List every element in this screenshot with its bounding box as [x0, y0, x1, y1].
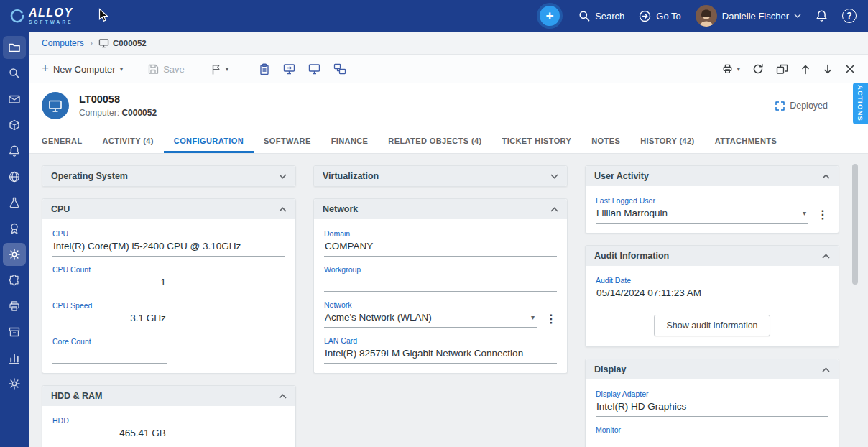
- panel-virtualization-header[interactable]: Virtualization: [314, 166, 567, 186]
- breadcrumb: Computers › C000052: [29, 32, 868, 55]
- tab-notes[interactable]: NOTES: [581, 128, 630, 153]
- sidebar-item-integrations[interactable]: [3, 269, 26, 292]
- sidebar-item-reports[interactable]: [3, 346, 26, 369]
- global-search-button[interactable]: Search: [578, 10, 624, 22]
- print-button[interactable]: ▾: [721, 63, 740, 75]
- chevron-down-icon: [794, 14, 801, 18]
- domain-input[interactable]: COMPANY: [324, 240, 557, 257]
- tab-finance[interactable]: FINANCE: [321, 128, 379, 153]
- computer-icon: [98, 38, 109, 48]
- dropdown-caret-icon[interactable]: ▾: [531, 311, 536, 324]
- tab-attachments[interactable]: ATTACHMENTS: [705, 128, 787, 153]
- sidebar-item-network[interactable]: [3, 165, 26, 188]
- user-avatar: [696, 5, 717, 27]
- breadcrumb-current: C000052: [98, 38, 147, 48]
- sidebar-item-settings[interactable]: [3, 372, 26, 395]
- next-record-button[interactable]: [823, 64, 833, 75]
- sidebar-item-assets[interactable]: [3, 114, 26, 137]
- caret-down-icon: ▾: [737, 65, 740, 73]
- record-toolbar: + New Computer ▾ Save ▾: [29, 55, 868, 83]
- sidebar-item-lab[interactable]: [3, 191, 26, 214]
- tab-general[interactable]: GENERAL: [42, 128, 93, 153]
- panel-audit-information-header[interactable]: Audit Information: [586, 246, 839, 266]
- kebab-menu-icon[interactable]: ⋮: [817, 208, 828, 224]
- field-label: Audit Date: [596, 276, 828, 285]
- user-name: Danielle Fischer: [722, 11, 789, 22]
- actions-flyout-tab[interactable]: ACTIONS: [853, 83, 868, 124]
- tab-activity[interactable]: ACTIVITY (4): [93, 128, 164, 153]
- panel-hdd-ram-header[interactable]: HDD & RAM: [42, 386, 295, 406]
- chevron-down-icon: [550, 174, 558, 179]
- network-select[interactable]: Acme's Network (WLAN) ▾: [324, 311, 537, 328]
- last-logged-user-select[interactable]: Lillian Marroquin ▾: [596, 207, 808, 224]
- sidebar-item-inventory[interactable]: [3, 321, 26, 344]
- panel-display-header[interactable]: Display: [586, 359, 839, 379]
- panel-user-activity: User Activity Last Logged User Lillian M…: [585, 165, 839, 234]
- new-computer-button[interactable]: + New Computer ▾: [42, 63, 123, 75]
- sidebar-item-mail[interactable]: [3, 88, 26, 111]
- panel-network: Network Domain COMPANY Workgroup: [313, 198, 568, 374]
- kebab-menu-icon[interactable]: ⋮: [545, 312, 557, 328]
- panel-network-header[interactable]: Network: [314, 199, 567, 219]
- save-button[interactable]: Save: [147, 63, 185, 75]
- topology-button[interactable]: [333, 63, 346, 75]
- tab-history[interactable]: HISTORY (42): [630, 128, 705, 153]
- help-button[interactable]: ?: [842, 9, 857, 23]
- remote-control-button[interactable]: [283, 63, 295, 75]
- sidebar-item-devices[interactable]: [3, 295, 26, 318]
- panel-cpu-header[interactable]: CPU: [42, 199, 295, 219]
- panel-audit-information: Audit Information Audit Date 05/14/2024 …: [585, 245, 839, 347]
- show-audit-information-button[interactable]: Show audit information: [654, 315, 770, 336]
- tab-related-objects[interactable]: RELATED OBJECTS (4): [378, 128, 491, 153]
- flag-button[interactable]: ▾: [211, 63, 229, 75]
- field-cpu: CPU Intel(R) Core(TM) i5-2400 CPU @ 3.10…: [52, 229, 285, 257]
- previous-record-button[interactable]: [800, 64, 811, 75]
- screen-view-button[interactable]: [308, 63, 320, 75]
- panel-operating-system-header[interactable]: Operating System: [42, 166, 295, 186]
- field-label: CPU Count: [52, 265, 285, 274]
- tab-software[interactable]: SOFTWARE: [254, 128, 321, 153]
- sidebar-item-alerts[interactable]: [3, 139, 26, 162]
- sidebar-item-search[interactable]: [3, 62, 26, 85]
- compare-windows-button[interactable]: [776, 64, 788, 75]
- cpu-count-input[interactable]: 1: [52, 276, 167, 292]
- record-tabs: GENERAL ACTIVITY (4) CONFIGURATION SOFTW…: [29, 128, 868, 154]
- panel-title: CPU: [51, 204, 70, 214]
- tab-configuration[interactable]: CONFIGURATION: [164, 128, 254, 153]
- audit-date-input[interactable]: 05/14/2024 07:11:23 AM: [596, 287, 828, 303]
- user-menu[interactable]: Danielle Fischer: [696, 5, 801, 27]
- toolbar-window-icons: ▾: [721, 63, 855, 75]
- display-adapter-input[interactable]: Intel(R) HD Graphics: [596, 400, 828, 417]
- expand-status-icon[interactable]: [775, 101, 785, 111]
- cpu-speed-input[interactable]: 3.1 GHz: [52, 312, 167, 328]
- sidebar-item-certificates[interactable]: [3, 217, 26, 240]
- close-record-button[interactable]: [845, 64, 855, 74]
- breadcrumb-root-link[interactable]: Computers: [42, 38, 84, 48]
- notifications-bell-icon[interactable]: [816, 9, 828, 22]
- record-type-label: Computer:: [79, 108, 119, 118]
- field-label: CPU Speed: [52, 301, 285, 310]
- field-last-logged-user: Last Logged User Lillian Marroquin ▾ ⋮: [596, 196, 828, 224]
- lan-card-input[interactable]: Intel(R) 82579LM Gigabit Network Connect…: [324, 347, 557, 364]
- logo-secondary-text: SOFTWARE: [29, 20, 73, 25]
- monitor-input[interactable]: [596, 436, 828, 447]
- scrollbar-thumb[interactable]: [852, 164, 858, 285]
- field-cpu-speed: CPU Speed 3.1 GHz: [52, 301, 285, 328]
- hdd-input[interactable]: 465.41 GB: [52, 427, 167, 443]
- printer-icon: [8, 300, 21, 313]
- cpu-input[interactable]: Intel(R) Core(TM) i5-2400 CPU @ 3.10GHz: [52, 240, 285, 257]
- tab-ticket-history[interactable]: TICKET HISTORY: [492, 128, 582, 153]
- sidebar-item-services[interactable]: [3, 243, 26, 266]
- search-label: Search: [595, 11, 624, 22]
- panel-user-activity-header[interactable]: User Activity: [586, 166, 839, 186]
- workgroup-input[interactable]: [324, 276, 557, 292]
- refresh-button[interactable]: [752, 63, 764, 75]
- dropdown-caret-icon[interactable]: ▾: [803, 207, 808, 220]
- go-to-button[interactable]: Go To: [639, 10, 680, 22]
- core-count-input[interactable]: [52, 348, 167, 364]
- quick-add-button[interactable]: +: [540, 6, 560, 26]
- sidebar-item-files[interactable]: [3, 36, 26, 59]
- content-scrollbar[interactable]: [852, 164, 858, 447]
- audit-clipboard-button[interactable]: [259, 63, 270, 75]
- field-audit-date: Audit Date 05/14/2024 07:11:23 AM: [596, 276, 828, 303]
